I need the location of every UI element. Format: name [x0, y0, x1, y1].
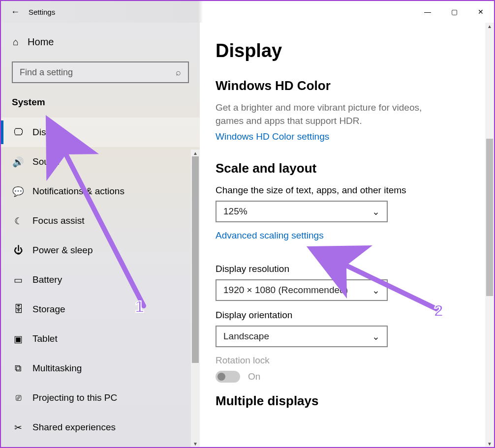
- sidebar-item-label: Battery: [32, 274, 62, 285]
- minimize-button[interactable]: —: [414, 1, 441, 23]
- chevron-down-icon: ⌄: [372, 285, 380, 296]
- close-button[interactable]: ✕: [467, 1, 494, 23]
- scale-heading: Scale and layout: [216, 161, 484, 176]
- sidebar-item-label: Display: [32, 127, 63, 138]
- tablet-icon: ▣: [13, 333, 24, 345]
- sidebar-item-label: Shared experiences: [32, 422, 116, 433]
- content: ⌂ Home Find a setting ⌕ System 🖵Display🔊…: [1, 23, 494, 447]
- battery-icon: ▭: [13, 274, 24, 286]
- sidebar-item-focus-assist[interactable]: ☾Focus assist: [1, 206, 200, 236]
- sidebar-item-label: Notifications & actions: [32, 186, 124, 197]
- sidebar-scrollbar-thumb[interactable]: [192, 156, 199, 363]
- sidebar-item-label: Projecting to this PC: [32, 392, 117, 403]
- resolution-select[interactable]: 1920 × 1080 (Recommended) ⌄: [216, 279, 388, 301]
- main-scrollbar-thumb[interactable]: [486, 139, 493, 296]
- sidebar-item-shared-experiences[interactable]: ✂Shared experiences: [1, 413, 200, 442]
- sidebar-item-battery[interactable]: ▭Battery: [1, 265, 200, 295]
- power-sleep-icon: ⏻: [13, 245, 24, 256]
- window-title: Settings: [29, 8, 55, 16]
- textsize-select[interactable]: 125% ⌄: [216, 201, 388, 222]
- category-title: System: [1, 92, 200, 115]
- annotation-number-2: 2: [434, 301, 443, 320]
- sidebar: ⌂ Home Find a setting ⌕ System 🖵Display🔊…: [1, 23, 200, 447]
- annotation-number-1: 1: [135, 297, 144, 316]
- sidebar-item-label: Power & sleep: [32, 245, 93, 256]
- hdcolor-link[interactable]: Windows HD Color settings: [216, 131, 329, 142]
- rotation-lock-label: Rotation lock: [216, 355, 484, 366]
- orientation-select[interactable]: Landscape ⌄: [216, 326, 388, 347]
- sidebar-item-label: Focus assist: [32, 215, 85, 226]
- multiple-displays-heading: Multiple displays: [216, 393, 484, 409]
- titlebar: ← Settings — ▢ ✕: [1, 1, 494, 23]
- home-icon: ⌂: [13, 36, 19, 48]
- hdcolor-heading: Windows HD Color: [216, 78, 484, 93]
- rotation-lock-toggle: On: [216, 371, 484, 383]
- sidebar-item-label: Storage: [32, 304, 65, 315]
- sidebar-scrollbar[interactable]: ▲ ▼: [191, 149, 200, 447]
- sidebar-item-power-sleep[interactable]: ⏻Power & sleep: [1, 236, 200, 265]
- scroll-down-icon[interactable]: ▼: [486, 440, 493, 447]
- scroll-up-icon[interactable]: ▲: [192, 149, 199, 156]
- sidebar-item-notifications[interactable]: 💬Notifications & actions: [1, 177, 200, 206]
- display-icon: 🖵: [13, 127, 24, 138]
- resolution-value: 1920 × 1080 (Recommended): [223, 285, 348, 296]
- rotation-lock-switch: [216, 371, 240, 383]
- sidebar-home[interactable]: ⌂ Home: [1, 30, 200, 55]
- search-icon: ⌕: [176, 67, 181, 78]
- multitasking-icon: ⧉: [13, 363, 24, 374]
- chevron-down-icon: ⌄: [372, 331, 380, 342]
- home-label: Home: [28, 36, 54, 48]
- sidebar-item-storage[interactable]: 🗄Storage: [1, 295, 200, 324]
- textsize-value: 125%: [223, 206, 248, 217]
- sidebar-item-sound[interactable]: 🔊Sound: [1, 147, 200, 177]
- sidebar-item-label: Sound: [32, 156, 60, 167]
- search-placeholder: Find a setting: [20, 67, 73, 78]
- advanced-scaling-link[interactable]: Advanced scaling settings: [216, 230, 324, 241]
- sidebar-item-label: Tablet: [32, 333, 58, 344]
- projecting-icon: ⎚: [13, 392, 24, 403]
- resolution-label: Display resolution: [216, 264, 484, 274]
- main: Display Windows HD Color Get a brighter …: [200, 23, 494, 447]
- search-input[interactable]: Find a setting ⌕: [12, 61, 189, 83]
- sidebar-item-label: Multitasking: [32, 363, 82, 374]
- rotation-lock-state: On: [248, 371, 260, 382]
- sound-icon: 🔊: [13, 156, 24, 168]
- sidebar-item-projecting[interactable]: ⎚Projecting to this PC: [1, 383, 200, 413]
- scroll-up-icon[interactable]: ▲: [486, 23, 493, 30]
- focus-assist-icon: ☾: [13, 215, 24, 227]
- sidebar-item-display[interactable]: 🖵Display: [1, 118, 200, 147]
- hdcolor-desc: Get a brighter and more vibrant picture …: [216, 101, 452, 127]
- shared-experiences-icon: ✂: [13, 422, 24, 433]
- textsize-label: Change the size of text, apps, and other…: [216, 185, 484, 196]
- back-button[interactable]: ←: [11, 7, 20, 17]
- maximize-button[interactable]: ▢: [441, 1, 467, 23]
- sidebar-nav: 🖵Display🔊Sound💬Notifications & actions☾F…: [1, 118, 200, 442]
- storage-icon: 🗄: [13, 304, 24, 315]
- notifications-icon: 💬: [13, 186, 24, 197]
- orientation-value: Landscape: [223, 331, 269, 342]
- main-scrollbar[interactable]: ▲ ▼: [485, 23, 494, 447]
- sidebar-item-tablet[interactable]: ▣Tablet: [1, 324, 200, 354]
- orientation-label: Display orientation: [216, 310, 484, 321]
- page-title: Display: [216, 40, 484, 61]
- sidebar-item-multitasking[interactable]: ⧉Multitasking: [1, 354, 200, 383]
- scroll-down-icon[interactable]: ▼: [192, 440, 199, 447]
- chevron-down-icon: ⌄: [372, 206, 380, 217]
